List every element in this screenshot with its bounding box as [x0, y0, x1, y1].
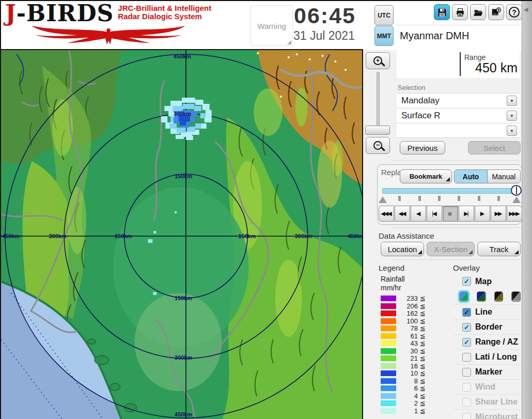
checkbox-microburst [462, 413, 471, 419]
replay-timeline-track[interactable] [382, 188, 518, 194]
legend-unit: mm/hr [381, 284, 401, 292]
auto-mode-button[interactable]: Auto [455, 170, 488, 183]
save-button[interactable] [434, 4, 450, 20]
play-button[interactable]: ▶ [475, 206, 490, 222]
magnifier-plus-icon: + [373, 56, 382, 65]
selection-label: Selection [398, 84, 425, 91]
chevron-down-icon[interactable]: ▼ [507, 126, 517, 136]
checkbox-border[interactable]: ✓ [462, 323, 471, 332]
checkbox-marker[interactable] [462, 368, 471, 377]
location-button[interactable]: Location [381, 242, 424, 256]
legend-swatch [381, 325, 396, 331]
export-image-button[interactable] [488, 4, 504, 20]
chevron-down-icon[interactable]: ▼ [507, 111, 517, 121]
site-dropdown-value: Mandalay [401, 96, 440, 106]
jump-start-button[interactable]: ◀◀◀ [379, 206, 394, 222]
timeline-tick [398, 196, 401, 201]
zoom-in-button[interactable]: + [366, 52, 390, 69]
legend-swatch [381, 378, 396, 384]
logo-subtitle: JRC-Brilliant & Intelligent Radar Dialog… [118, 4, 211, 21]
legend-swatch [381, 355, 396, 361]
svg-text:300km: 300km [174, 111, 191, 117]
checkbox-line[interactable]: ✓ [462, 308, 471, 317]
svg-text:300km: 300km [49, 233, 66, 239]
option-dropdown[interactable]: ▼ [397, 123, 520, 138]
fast-forward-button[interactable]: ▶▶ [491, 206, 506, 222]
help-button[interactable]: ? [506, 4, 522, 20]
select-button[interactable]: Select [468, 141, 521, 154]
manual-mode-button[interactable]: Manual [488, 170, 520, 183]
overlay-row-marker[interactable]: Marker [453, 364, 521, 379]
utc-button[interactable]: UTC [374, 5, 394, 25]
x-section-button[interactable]: X-Section [427, 242, 475, 256]
overlay-row-wind: Wind [453, 379, 521, 394]
overlay-row-microburst: Microburst [453, 409, 521, 419]
checkbox-shear-line [462, 398, 471, 407]
replay-timeline-handle[interactable] [511, 185, 522, 196]
folder-icon [474, 8, 483, 17]
clock-time: 06:45 [294, 3, 370, 28]
zoom-slider-handle[interactable] [365, 126, 390, 135]
legend-swatch [381, 370, 396, 376]
previous-button[interactable]: Previous [400, 141, 445, 154]
chevron-down-icon[interactable]: ▼ [507, 96, 517, 106]
panel-collapse-strip[interactable] [522, 1, 532, 419]
overlay-label: Overlay [453, 263, 480, 272]
overlay-row-range-az[interactable]: ✓ Range / AZ [453, 334, 521, 349]
timeline-end-marker[interactable] [512, 196, 521, 203]
map-style-swatch-1[interactable] [459, 291, 468, 302]
divider [392, 160, 522, 161]
zoom-slider-groove[interactable] [377, 72, 380, 128]
add-image-icon [491, 7, 501, 17]
timeline-tick [418, 196, 421, 201]
bookmark-button[interactable]: Bookmark [400, 169, 452, 183]
overlay-row-border[interactable]: ✓ Border [453, 319, 521, 334]
zoom-out-button[interactable]: − [366, 137, 390, 154]
step-backward-button[interactable]: |◀ [427, 206, 442, 222]
overlay-row-line[interactable]: ✓ Line [453, 304, 521, 319]
warning-label: Warning [257, 22, 286, 30]
header-bar: J-BIRDS JRC-Brilliant & Intelligent Rada… [0, 1, 532, 49]
map-style-row [453, 288, 521, 304]
legend-swatch [381, 363, 396, 369]
divider [392, 259, 522, 260]
timeline-tick [458, 196, 460, 201]
overlay-row-lati-long[interactable]: Lati / Long [453, 349, 521, 364]
track-button[interactable]: Track [477, 242, 521, 256]
checkbox-range-az[interactable]: ✓ [462, 338, 471, 347]
fast-rewind-button[interactable]: ◀◀ [395, 206, 410, 222]
collapse-arrow-icon[interactable]: ◀ [524, 6, 528, 13]
jump-end-button[interactable]: ▶▶▶ [507, 206, 522, 222]
svg-text:450km: 450km [175, 411, 192, 417]
warning-button[interactable]: Warning [251, 6, 293, 46]
checkbox-map[interactable]: ✓ [462, 277, 471, 286]
legend-label: Legend [379, 263, 404, 272]
legend-unit: Rainfall [381, 275, 405, 283]
map-style-swatch-2[interactable] [477, 291, 486, 302]
svg-text:300km: 300km [175, 354, 192, 361]
divider [392, 227, 522, 228]
svg-text:150km: 150km [115, 233, 132, 239]
legend-swatch [381, 311, 396, 316]
stop-button[interactable]: ■ [443, 206, 458, 222]
svg-text:150km: 150km [238, 233, 256, 239]
checkbox-wind [462, 383, 471, 392]
map-style-swatch-3[interactable] [494, 291, 504, 302]
print-button[interactable] [452, 4, 468, 20]
data-assistance-label: Data Assistance [379, 231, 434, 240]
open-file-button[interactable] [470, 4, 486, 20]
overlay-row-map[interactable]: ✓ Map [453, 274, 521, 289]
product-dropdown[interactable]: Surface R ▼ [397, 108, 520, 123]
radar-map[interactable]: 450km 300km 150km 150km 300km 450km 450k… [0, 49, 363, 419]
checkbox-lati-long[interactable] [462, 353, 471, 362]
timeline-tick [497, 196, 500, 201]
map-style-swatch-4[interactable] [511, 291, 521, 302]
legend-swatch [381, 296, 396, 301]
site-dropdown[interactable]: Mandalay ▼ [397, 93, 520, 108]
play-backward-button[interactable]: ◀ [411, 206, 426, 222]
overlay-row-shear-line: Shear Line [453, 394, 521, 409]
mmt-button[interactable]: MMT [374, 26, 394, 46]
step-forward-button[interactable]: ▶| [459, 206, 474, 222]
legend-swatch [381, 400, 396, 406]
timeline-start-marker[interactable] [379, 196, 387, 203]
